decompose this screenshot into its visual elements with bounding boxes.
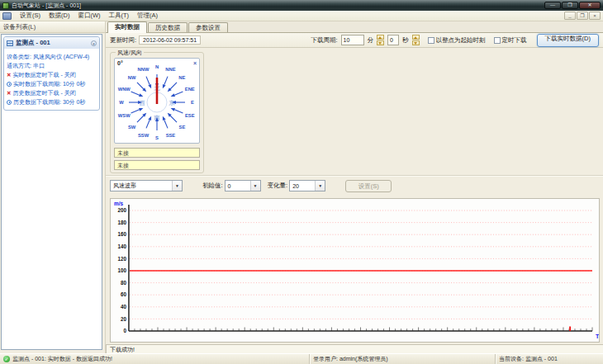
minimize-button[interactable]: — bbox=[544, 2, 561, 9]
device-info-text: 实时数据定时下载 - 关闭 bbox=[12, 70, 75, 79]
menu-item[interactable]: 数据(D) bbox=[45, 11, 74, 21]
seconds-down-icon[interactable] bbox=[412, 40, 420, 45]
svg-text:NNE: NNE bbox=[165, 67, 175, 72]
settings-button[interactable]: 设置(S) bbox=[345, 180, 392, 192]
chevron-down-icon[interactable]: ▼ bbox=[250, 181, 260, 191]
device-list-header: 设备列表(L) bbox=[0, 21, 105, 33]
minutes-down-icon[interactable] bbox=[377, 40, 384, 45]
error-cross-icon: ✕ bbox=[7, 88, 11, 97]
svg-text:ENE: ENE bbox=[185, 87, 195, 92]
chart-canvas: m/s020406080100120140160180200T bbox=[111, 199, 599, 342]
device-info-line: 设备类型: 风速风向仪 (ACFW-4) bbox=[7, 52, 97, 61]
svg-text:SE: SE bbox=[179, 125, 186, 130]
device-sidebar: 设备列表(L) 监测点 - 001 ▾ 设备类型: 风速风向仪 (ACFW-4)… bbox=[0, 21, 105, 351]
download-message: 下载成功! bbox=[106, 344, 603, 353]
mdi-close-button[interactable]: × bbox=[589, 12, 601, 20]
svg-text:80: 80 bbox=[121, 280, 126, 286]
menu-item[interactable]: 管理(A) bbox=[133, 11, 162, 21]
svg-text:S: S bbox=[155, 135, 159, 140]
tab-历史数据[interactable]: 历史数据 bbox=[148, 22, 188, 32]
svg-text:N: N bbox=[155, 64, 159, 69]
compass-rose: 北东南西NNNENEENEEESESESSESSSWSWWSWWWNWNWNNW bbox=[115, 59, 199, 143]
device-info-text: 历史数据定时下载 - 关闭 bbox=[12, 88, 75, 97]
wind-speed-chart: m/s020406080100120140160180200T bbox=[110, 198, 600, 343]
device-info-text: 设备类型: 风速风向仪 (ACFW-4) bbox=[7, 52, 89, 61]
section-divider bbox=[106, 175, 603, 177]
toolbar: 更新时间: 2012-06-02 09:57:51 下载周期: 10 分 0 秒 bbox=[106, 33, 603, 48]
restore-button[interactable]: ❐ bbox=[562, 2, 578, 9]
menu-item[interactable]: 设置(S) bbox=[16, 11, 45, 21]
download-period-label: 下载周期: bbox=[311, 36, 337, 45]
svg-text:m/s: m/s bbox=[114, 201, 124, 206]
delta-value-select[interactable]: 20 ▼ bbox=[289, 180, 325, 191]
current-device: 当前设备: 监测点 - 001 bbox=[499, 355, 558, 363]
device-title: 监测点 - 001 bbox=[16, 39, 50, 47]
timed-download-checkbox[interactable] bbox=[494, 37, 501, 44]
wind-direction-value: 0° bbox=[117, 60, 123, 66]
device-list: 监测点 - 001 ▾ 设备类型: 风速风向仪 (ACFW-4)通讯方式: 串口… bbox=[1, 34, 102, 350]
seconds-up-icon[interactable] bbox=[412, 35, 420, 40]
main-panel: 实时数据历史数据参数设置 更新时间: 2012-06-02 09:57:51 下… bbox=[105, 21, 603, 353]
svg-text:WNW: WNW bbox=[118, 87, 131, 92]
mdi-restore-button[interactable]: ❐ bbox=[577, 12, 588, 20]
svg-text:NW: NW bbox=[128, 75, 136, 80]
minutes-unit-label: 分 bbox=[368, 36, 374, 45]
seconds-stepper[interactable] bbox=[412, 35, 420, 45]
svg-text:NNW: NNW bbox=[138, 67, 150, 72]
menu-item[interactable]: 窗口(W) bbox=[74, 11, 104, 21]
update-time-label: 更新时间: bbox=[110, 36, 136, 45]
chevron-down-icon[interactable]: ▼ bbox=[315, 181, 325, 191]
download-realtime-button[interactable]: 下载实时数据(D) bbox=[537, 34, 599, 47]
close-button[interactable]: ✕ bbox=[579, 2, 601, 9]
clock-icon bbox=[7, 100, 12, 105]
chevron-down-icon[interactable]: ▼ bbox=[172, 181, 182, 191]
device-card-header[interactable]: 监测点 - 001 ▾ bbox=[4, 37, 99, 49]
tab-参数设置[interactable]: 参数设置 bbox=[188, 22, 228, 32]
svg-text:WSW: WSW bbox=[118, 113, 131, 118]
device-info: 设备类型: 风速风向仪 (ACFW-4)通讯方式: 串口✕实时数据定时下载 - … bbox=[4, 49, 99, 110]
minutes-up-icon[interactable] bbox=[377, 35, 384, 40]
svg-text:E: E bbox=[191, 100, 194, 105]
svg-text:20: 20 bbox=[121, 316, 126, 322]
device-card: 监测点 - 001 ▾ 设备类型: 风速风向仪 (ACFW-4)通讯方式: 串口… bbox=[3, 36, 100, 111]
error-cross-icon: ✕ bbox=[7, 70, 11, 79]
svg-text:60: 60 bbox=[121, 291, 126, 297]
tab-实时数据[interactable]: 实时数据 bbox=[107, 21, 147, 33]
svg-text:NE: NE bbox=[178, 75, 185, 80]
child-window-icon[interactable] bbox=[2, 12, 12, 20]
menu-item[interactable]: 工具(T) bbox=[105, 11, 134, 21]
svg-text:180: 180 bbox=[117, 220, 126, 225]
align-to-hour-checkbox[interactable] bbox=[428, 37, 434, 44]
wind-groupbox: 风速/风向 0° × 北东南西NNNENEENEEESESESSESSSWSWW… bbox=[110, 52, 204, 173]
device-info-line: ✕实时数据定时下载 - 关闭 bbox=[7, 70, 97, 79]
svg-text:140: 140 bbox=[117, 243, 126, 249]
device-info-line: 实时数据下载周期: 10分 0秒 bbox=[7, 79, 97, 88]
device-info-text: 实时数据下载周期: 10分 0秒 bbox=[13, 79, 86, 88]
status-bar: ✓ 监测点 - 001: 实时数据 - 数据返回成功! 登录用户: admin(… bbox=[0, 353, 603, 364]
mdi-minimize-button[interactable]: _ bbox=[564, 12, 576, 20]
initial-value-select[interactable]: 0 ▼ bbox=[225, 180, 261, 191]
wind-group-title: 风速/风向 bbox=[116, 49, 144, 57]
minutes-stepper[interactable] bbox=[377, 35, 384, 45]
device-icon bbox=[7, 40, 13, 46]
timed-download-label: 定时下载 bbox=[502, 36, 527, 45]
svg-text:200: 200 bbox=[117, 207, 126, 213]
svg-text:SSE: SSE bbox=[166, 133, 176, 138]
seconds-unit-label: 秒 bbox=[402, 36, 409, 45]
minutes-input[interactable]: 10 bbox=[341, 35, 364, 45]
svg-text:160: 160 bbox=[117, 231, 126, 237]
waveform-select[interactable]: 风速波形 ▼ bbox=[110, 180, 183, 191]
svg-text:T: T bbox=[596, 333, 599, 339]
collapse-icon[interactable]: ▾ bbox=[91, 40, 97, 46]
device-info-text: 通讯方式: 串口 bbox=[7, 61, 45, 70]
update-time-value: 2012-06-02 09:57:51 bbox=[139, 35, 201, 45]
wind-speed-readout: 未接 bbox=[114, 148, 200, 158]
seconds-input[interactable]: 0 bbox=[387, 35, 399, 45]
initial-value-label: 初始值: bbox=[202, 182, 223, 190]
invalid-marker: × bbox=[193, 60, 197, 66]
menu-bar: 设置(S)数据(D)窗口(W)工具(T)管理(A) _ ❐ × bbox=[0, 11, 603, 21]
tab-strip: 实时数据历史数据参数设置 bbox=[106, 21, 603, 33]
window-title: 自动气象站 - [监测点 - 001] bbox=[12, 2, 81, 10]
svg-text:100: 100 bbox=[117, 267, 126, 273]
delta-value-label: 变化量: bbox=[268, 182, 288, 190]
